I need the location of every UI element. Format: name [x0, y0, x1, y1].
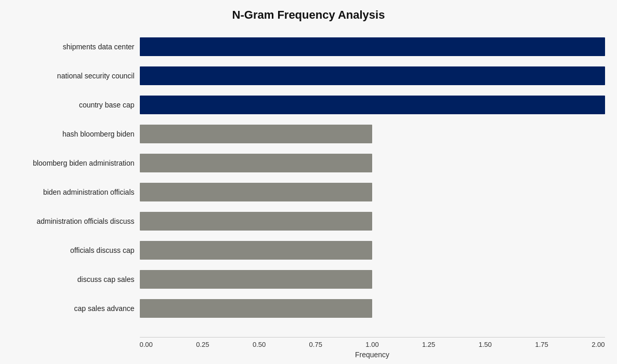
bar-fill: [140, 270, 373, 289]
bar-track: [140, 37, 605, 56]
bar-fill: [140, 299, 373, 318]
chart-title: N-Gram Frequency Analysis: [232, 8, 385, 22]
bar-label: bloomberg biden administration: [12, 159, 140, 167]
x-axis-tick-label: 0.50: [253, 341, 266, 348]
bar-row: discuss cap sales: [12, 265, 605, 294]
bar-track: [140, 96, 605, 114]
bar-label: shipments data center: [12, 43, 140, 51]
x-axis-labels: 0.000.250.500.751.001.251.501.752.00: [140, 341, 605, 348]
bar-fill: [140, 125, 373, 143]
x-axis-tick-label: 1.00: [365, 341, 378, 348]
bar-fill: [140, 183, 373, 201]
bar-label: country base cap: [12, 101, 140, 109]
bar-row: cap sales advance: [12, 294, 605, 323]
bar-label: national security council: [12, 72, 140, 80]
bar-track: [140, 125, 605, 143]
bar-row: biden administration officials: [12, 178, 605, 207]
x-axis-line: [140, 337, 605, 338]
bar-track: [140, 154, 605, 172]
bar-track: [140, 212, 605, 231]
bar-track: [140, 241, 605, 260]
bar-fill: [140, 37, 605, 56]
bar-label: administration officials discuss: [12, 217, 140, 225]
bar-label: hash bloomberg biden: [12, 130, 140, 138]
chart-container: N-Gram Frequency Analysis shipments data…: [0, 0, 617, 364]
bar-label: biden administration officials: [12, 188, 140, 196]
bars-section: shipments data centernational security c…: [12, 32, 605, 338]
x-axis-tick-label: 0.75: [309, 341, 322, 348]
x-axis-area: 0.000.250.500.751.001.251.501.752.00 Fre…: [140, 337, 605, 359]
bar-track: [140, 183, 605, 201]
bar-label: cap sales advance: [12, 304, 140, 313]
bar-fill: [140, 212, 373, 231]
bar-fill: [140, 154, 373, 172]
x-axis-tick-label: 2.00: [592, 341, 605, 348]
bar-fill: [140, 96, 605, 114]
bar-row: national security council: [12, 61, 605, 90]
chart-area: shipments data centernational security c…: [12, 27, 605, 364]
bar-row: bloomberg biden administration: [12, 149, 605, 178]
x-axis-tick-label: 0.00: [140, 341, 153, 348]
bar-row: officials discuss cap: [12, 236, 605, 265]
bar-fill: [140, 241, 373, 260]
x-axis-tick-label: 0.25: [196, 341, 209, 348]
bar-fill: [140, 66, 605, 85]
x-axis-tick-label: 1.75: [535, 341, 548, 348]
bar-row: administration officials discuss: [12, 207, 605, 236]
bar-track: [140, 299, 605, 318]
bar-row: hash bloomberg biden: [12, 119, 605, 149]
bar-label: discuss cap sales: [12, 275, 140, 284]
x-axis-tick-label: 1.50: [479, 341, 492, 348]
bar-row: shipments data center: [12, 32, 605, 61]
x-axis-title: Frequency: [140, 350, 605, 359]
x-axis-tick-label: 1.25: [422, 341, 435, 348]
bar-row: country base cap: [12, 90, 605, 119]
bar-track: [140, 270, 605, 289]
bar-track: [140, 66, 605, 85]
bar-label: officials discuss cap: [12, 246, 140, 254]
